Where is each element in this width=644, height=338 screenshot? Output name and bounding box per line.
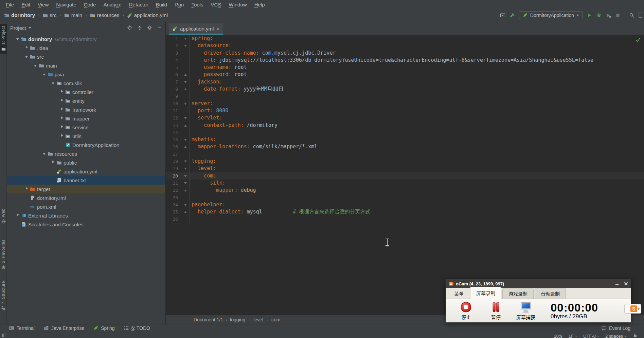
code-line-25[interactable]: 25 helper-dialect: mysql # 根据方言来选择合适的分页方… [166,208,644,215]
sogou-ime-bar[interactable]: ⋮ S [624,304,641,314]
expand-arrow-icon[interactable] [59,96,65,105]
run-button[interactable] [587,13,592,18]
run-configuration-select[interactable]: DormitoryApplication [519,11,583,19]
menu-navigate[interactable]: Navigate [52,0,80,10]
code-line-24[interactable]: 24pagehelper: [166,201,644,208]
ocam-tab-[interactable]: 菜单 [449,288,469,299]
tool-window-button-2-favorites[interactable]: 2: Favorites [0,238,7,272]
expand-arrow-icon[interactable] [15,211,21,220]
hide-icon[interactable] [157,25,162,31]
debug-button[interactable] [596,13,602,18]
fold-marker-icon[interactable] [184,146,187,148]
editor-breadcrumb-item[interactable]: logging: [230,317,247,322]
menu-code[interactable]: Code [80,0,100,10]
expand-arrow-icon[interactable] [59,105,65,114]
ocam-button-[interactable]: 暂停 [485,301,506,320]
tree-row-application-yml[interactable]: application.yml [7,167,165,176]
tree-row-target[interactable]: target [7,185,165,193]
build-hammer-icon[interactable] [509,13,515,18]
ocam-button-[interactable]: 停止 [455,301,477,320]
close-icon[interactable] [216,26,220,31]
tool-window-button-terminal[interactable]: Terminal [9,325,35,331]
fold-marker-icon[interactable] [184,161,187,163]
code-line-9[interactable]: 9 [166,93,644,100]
stop-button[interactable] [615,13,621,18]
fold-marker-icon[interactable] [184,168,187,170]
ocam-tab-[interactable]: 屏幕录制 [470,287,501,299]
status-2-spaces[interactable]: 2 spaces [605,333,626,338]
tree-row-utils[interactable]: utils [7,132,165,140]
tab-application-yml[interactable]: application.yml [169,23,223,35]
expand-arrow-icon[interactable] [59,114,65,123]
status-20-9[interactable]: 20:9 [554,333,562,338]
tree-row-banner-txt[interactable]: banner.txt [7,176,165,185]
fold-marker-icon[interactable] [184,189,187,191]
fold-marker-icon[interactable] [184,103,187,105]
ocam-tab-[interactable]: 游戏录制 [502,288,534,299]
code-line-13[interactable]: 13 context-path: /dormitory [166,122,644,129]
code-area[interactable]: 1spring:2 datasource:3 driver-class-name… [166,35,644,315]
menu-window[interactable]: Window [225,0,250,10]
minimize-icon[interactable] [615,281,620,286]
status-utf-8[interactable]: UTF-8 [583,333,599,338]
code-line-7[interactable]: 7 jackson: [166,78,644,86]
menu-help[interactable]: Help [251,0,269,10]
tree-row-external-libraries[interactable]: External Libraries [7,211,165,220]
tree-row-dormitory[interactable]: dormitoryG:\study\dormitory [7,35,165,43]
inspection-ok-icon[interactable] [635,37,641,42]
menu-refactor[interactable]: Refactor [125,0,152,10]
tree-row-pom-xml[interactable]: mpom.xml [7,202,165,211]
tree-row-java[interactable]: java [7,70,165,79]
lock-icon[interactable] [632,333,638,338]
fold-marker-icon[interactable] [184,88,187,90]
run-with-coverage-button[interactable] [606,13,611,18]
tool-window-button-java-enterprise[interactable]: Java Enterprise [43,325,84,331]
menu-view[interactable]: View [34,0,52,10]
tool-window-switcher-icon[interactable] [2,333,7,338]
breadcrumb-item-main[interactable]: main [64,12,83,18]
tree-row-public[interactable]: public [7,158,165,167]
expand-arrow-icon[interactable] [15,35,21,43]
code-line-17[interactable]: 17 [166,151,644,158]
tree-row-src[interactable]: src [7,52,165,61]
tool-window-button-1-project[interactable]: 1: Project [0,24,7,54]
collapse-all-icon[interactable] [137,25,142,31]
ocam-tab-[interactable]: 音频录制 [535,288,566,299]
fold-marker-icon[interactable] [184,204,187,206]
tree-row-entity[interactable]: entity [7,96,165,105]
expand-arrow-icon[interactable] [41,70,48,79]
editor-breadcrumb-item[interactable]: com: [271,317,282,322]
tool-window-button-web[interactable]: Web [0,206,7,226]
code-line-22[interactable]: 22 mapper: debug [166,187,644,194]
expand-arrow-icon[interactable] [33,61,39,70]
fold-marker-icon[interactable] [184,175,187,177]
fold-marker-icon[interactable] [184,45,187,47]
tree-row-controller[interactable]: controller [7,88,165,96]
code-line-2[interactable]: 2 datasource: [166,42,644,49]
breadcrumb-item-resources[interactable]: resources [89,12,120,18]
fold-marker-icon[interactable] [184,182,187,184]
expand-arrow-icon[interactable] [24,43,30,52]
fold-marker-icon[interactable] [184,117,187,119]
fold-marker-icon[interactable] [184,74,187,76]
code-line-8[interactable]: 8 date-format: yyyy年MM月dd日 [166,86,644,93]
code-line-26[interactable]: 26 [166,215,644,223]
code-line-18[interactable]: 18logging: [166,158,644,165]
editor-breadcrumb-item[interactable]: level: [253,317,265,322]
event-log-button[interactable]: Event Log [601,325,644,331]
menu-file[interactable]: File [2,0,18,10]
menu-build[interactable]: Build [152,0,171,10]
code-line-5[interactable]: 5 username: root [166,64,644,71]
code-line-6[interactable]: 6 password: root [166,71,644,78]
tree-row-resources[interactable]: resources [7,149,165,158]
menu-analyze[interactable]: Analyze [100,0,125,10]
code-line-11[interactable]: 11 port: 8080 [166,107,644,114]
expand-arrow-icon[interactable] [50,79,56,88]
code-line-15[interactable]: 15mybatis: [166,136,644,143]
tool-window-button-6-todo[interactable]: 6: TODO [124,325,150,331]
expand-arrow-icon[interactable] [41,149,48,158]
tree-row-dormitory-iml[interactable]: dormitory.iml [7,193,165,202]
menu-vcs[interactable]: VCS [207,0,225,10]
breadcrumb-item-application-yml[interactable]: application.yml [126,12,168,18]
code-line-1[interactable]: 1spring: [166,35,644,42]
